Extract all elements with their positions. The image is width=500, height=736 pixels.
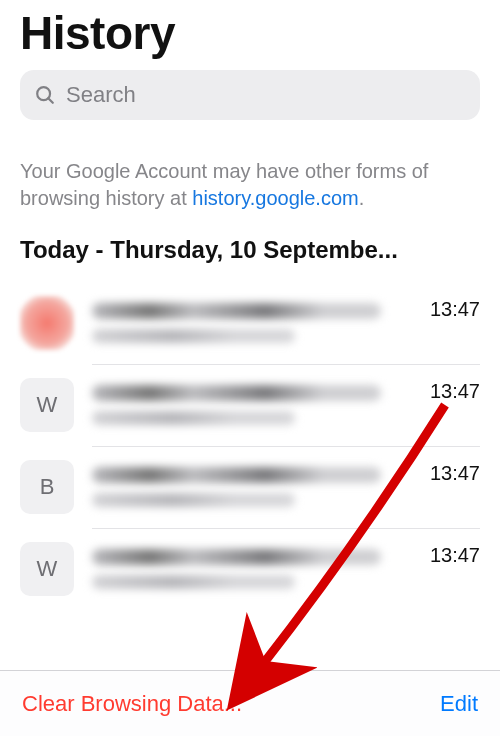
history-entry-redacted [92,385,420,425]
history-time: 13:47 [430,296,480,321]
search-icon [34,84,56,106]
notice-text-suffix: . [359,187,365,209]
search-field[interactable] [20,70,480,120]
favicon-icon: W [20,378,74,432]
history-list: 13:47 W 13:47 B 13:47 W 13:47 [0,272,500,736]
history-row[interactable]: W 13:47 [0,528,500,610]
edit-button[interactable]: Edit [440,691,478,717]
history-row[interactable]: 13:47 [0,282,500,364]
history-entry-redacted [92,303,420,343]
history-time: 13:47 [430,460,480,485]
history-entry-redacted [92,467,420,507]
bottom-toolbar: Clear Browsing Data... Edit [0,670,500,736]
clear-browsing-data-button[interactable]: Clear Browsing Data... [22,691,242,717]
history-time: 13:47 [430,542,480,567]
favicon-icon: W [20,542,74,596]
favicon-icon: B [20,460,74,514]
section-heading-today: Today - Thursday, 10 Septembe... [0,222,500,272]
favicon-icon [20,296,74,350]
search-input[interactable] [66,82,466,108]
page-title: History [0,0,500,70]
google-history-link[interactable]: history.google.com [192,187,358,209]
svg-line-1 [48,98,53,103]
account-history-notice: Your Google Account may have other forms… [0,138,500,222]
history-row[interactable]: B 13:47 [0,446,500,528]
history-time: 13:47 [430,378,480,403]
history-row[interactable]: W 13:47 [0,364,500,446]
history-entry-redacted [92,549,420,589]
